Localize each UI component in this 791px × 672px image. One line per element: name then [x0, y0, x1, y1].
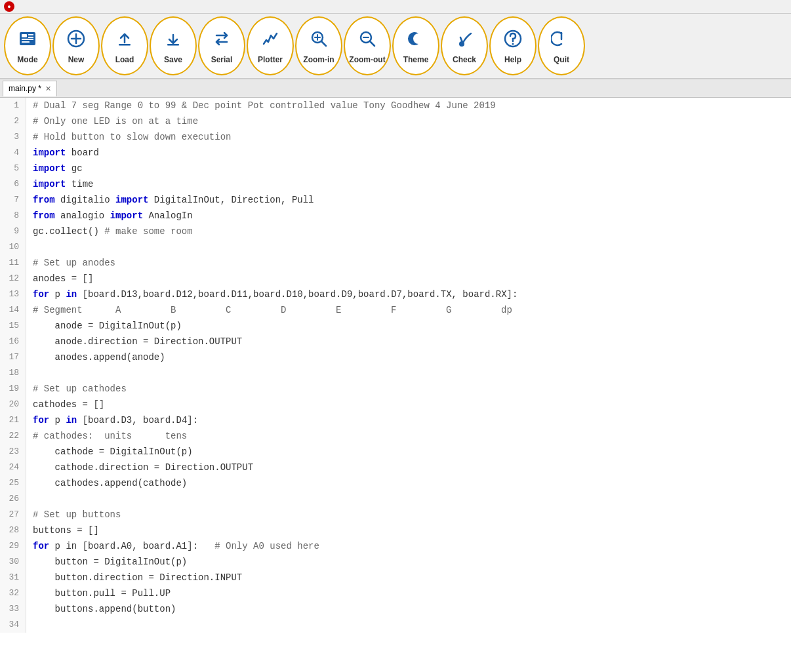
mode-icon	[17, 28, 38, 52]
load-label: Load	[115, 55, 134, 64]
line-content[interactable]	[26, 365, 38, 381]
code-line: 21for p in [board.D3, board.D4]:	[0, 412, 791, 428]
code-line: 8from analogio import AnalogIn	[0, 208, 791, 224]
line-number: 1	[0, 98, 26, 113]
zoom-out-label: Zoom-out	[349, 55, 385, 64]
line-number: 4	[0, 145, 26, 161]
toolbar-btn-plotter[interactable]: Plotter	[247, 16, 294, 75]
line-content[interactable]: import time	[26, 176, 93, 192]
line-number: 24	[0, 460, 26, 475]
zoom-in-icon	[308, 28, 329, 52]
toolbar-btn-load[interactable]: Load	[101, 16, 148, 75]
code-line: 26	[0, 491, 791, 507]
toolbar-btn-help[interactable]: Help	[489, 16, 537, 75]
line-content[interactable]: cathode.direction = Direction.OUTPUT	[26, 460, 253, 475]
code-line: 20cathodes = []	[0, 397, 791, 412]
code-line: 7from digitalio import DigitalInOut, Dir…	[0, 192, 791, 208]
code-line: 31 button.direction = Direction.INPUT	[0, 570, 791, 585]
line-number: 29	[0, 538, 26, 554]
line-content[interactable]: # Set up cathodes	[26, 381, 127, 397]
new-label: New	[68, 55, 85, 64]
quit-label: Quit	[554, 55, 569, 64]
line-content[interactable]: for p in [board.D13,board.D12,board.D11,…	[26, 287, 517, 302]
line-content[interactable]: anodes.append(anode)	[26, 349, 165, 365]
quit-icon	[551, 28, 572, 52]
serial-icon	[211, 28, 232, 52]
code-line: 29for p in [board.A0, board.A1]: # Only …	[0, 538, 791, 554]
line-content[interactable]	[26, 491, 38, 507]
toolbar-btn-mode[interactable]: Mode	[4, 16, 51, 75]
line-number: 2	[0, 113, 26, 129]
line-number: 19	[0, 381, 26, 397]
line-content[interactable]: anode.direction = Direction.OUTPUT	[26, 334, 242, 349]
toolbar-btn-serial[interactable]: Serial	[198, 16, 245, 75]
line-content[interactable]: anode = DigitalInOut(p)	[26, 318, 182, 334]
line-content[interactable]: anodes = []	[26, 271, 93, 287]
line-content[interactable]: import gc	[26, 161, 83, 176]
code-line: 16 anode.direction = Direction.OUTPUT	[0, 334, 791, 349]
svg-rect-5	[22, 41, 30, 43]
line-content[interactable]: button.direction = Direction.INPUT	[26, 570, 242, 585]
toolbar-btn-save[interactable]: Save	[150, 16, 197, 75]
line-content[interactable]: for p in [board.A0, board.A1]: # Only A0…	[26, 538, 319, 554]
line-number: 30	[0, 554, 26, 570]
line-content[interactable]	[26, 239, 38, 255]
line-number: 20	[0, 397, 26, 412]
line-content[interactable]: from analogio import AnalogIn	[26, 208, 193, 224]
line-content[interactable]: # Only one LED is on at a time	[26, 113, 198, 129]
line-content[interactable]: cathodes = []	[26, 397, 104, 412]
line-content[interactable]: button = DigitalInOut(p)	[26, 554, 187, 570]
line-number: 15	[0, 318, 26, 334]
zoom-out-icon	[357, 28, 378, 52]
code-line: 24 cathode.direction = Direction.OUTPUT	[0, 460, 791, 475]
line-content[interactable]: import board	[26, 145, 99, 161]
code-line: 11# Set up anodes	[0, 255, 791, 271]
line-content[interactable]: # Hold button to slow down execution	[26, 129, 231, 145]
line-content[interactable]: # Set up anodes	[26, 255, 115, 271]
line-content[interactable]: # Dual 7 seg Range 0 to 99 & Dec point P…	[26, 98, 496, 113]
line-content[interactable]: # cathodes: units tens	[26, 428, 187, 444]
line-content[interactable]: # Set up buttons	[26, 507, 121, 523]
line-content[interactable]: buttons.append(button)	[26, 601, 176, 617]
line-content[interactable]: gc.collect() # make some room	[26, 224, 193, 239]
theme-label: Theme	[403, 55, 429, 64]
line-content[interactable]: button.pull = Pull.UP	[26, 585, 171, 601]
editor-area[interactable]: 1# Dual 7 seg Range 0 to 99 & Dec point …	[0, 98, 791, 672]
toolbar-btn-theme[interactable]: Theme	[392, 16, 439, 75]
line-content[interactable]: buttons = []	[26, 523, 99, 538]
plotter-label: Plotter	[258, 55, 283, 64]
tab-close-button[interactable]: ✕	[45, 85, 51, 93]
line-number: 25	[0, 475, 26, 491]
tab-main-py[interactable]: main.py * ✕	[3, 81, 57, 96]
svg-line-12	[321, 41, 326, 46]
line-number: 23	[0, 444, 26, 460]
toolbar-btn-quit[interactable]: Quit	[538, 16, 585, 75]
code-line: 6import time	[0, 176, 791, 192]
toolbar-btn-zoom-out[interactable]: Zoom-out	[344, 16, 391, 75]
help-icon	[502, 28, 523, 52]
line-number: 21	[0, 412, 26, 428]
line-number: 26	[0, 491, 26, 507]
serial-label: Serial	[211, 55, 233, 64]
svg-rect-3	[28, 37, 33, 38]
line-content[interactable]: for p in [board.D3, board.D4]:	[26, 412, 198, 428]
toolbar-btn-zoom-in[interactable]: Zoom-in	[295, 16, 342, 75]
code-line: 19# Set up cathodes	[0, 381, 791, 397]
load-icon	[114, 28, 135, 52]
line-number: 13	[0, 287, 26, 302]
line-content[interactable]: # Segment A B C D E F G dp	[26, 302, 512, 318]
toolbar-btn-check[interactable]: Check	[441, 16, 488, 75]
check-label: Check	[453, 55, 476, 64]
line-content[interactable]: from digitalio import DigitalInOut, Dire…	[26, 192, 314, 208]
line-number: 8	[0, 208, 26, 224]
line-content[interactable]: cathode = DigitalInOut(p)	[26, 444, 193, 460]
line-number: 5	[0, 161, 26, 176]
line-content[interactable]	[26, 617, 38, 633]
save-label: Save	[164, 55, 182, 64]
line-number: 28	[0, 523, 26, 538]
line-number: 11	[0, 255, 26, 271]
code-line: 25 cathodes.append(cathode)	[0, 475, 791, 491]
code-line: 9gc.collect() # make some room	[0, 224, 791, 239]
line-content[interactable]: cathodes.append(cathode)	[26, 475, 187, 491]
toolbar-btn-new[interactable]: New	[52, 16, 100, 75]
